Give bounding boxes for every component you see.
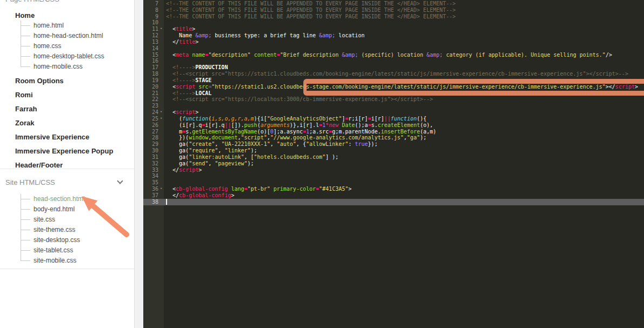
code-line-37[interactable]: 37 </cb-global-config>	[143, 192, 644, 199]
chevron-down-icon[interactable]	[118, 179, 122, 183]
tree-item-site-css[interactable]: site.css	[0, 215, 134, 225]
code-line-31[interactable]: 31 ga("linker:autoLink", ["hotels.cloudb…	[143, 154, 644, 160]
gutter-cell[interactable]: 20	[143, 84, 164, 90]
fold-icon[interactable]: ▾	[158, 186, 164, 192]
code-line-35[interactable]: 35	[143, 179, 644, 186]
gutter-cell[interactable]: 27	[143, 129, 164, 135]
gutter-cell[interactable]: 30	[143, 148, 164, 154]
gutter-cell[interactable]: 13	[143, 39, 164, 45]
gutter-cell[interactable]: 31	[143, 154, 164, 160]
sidebar-group-farrah[interactable]: Farrah	[0, 104, 134, 114]
gutter-cell[interactable]: 26	[143, 122, 164, 129]
tree-item-site-mobile-css[interactable]: site-mobile.css	[0, 256, 134, 266]
line-number: 15	[143, 52, 158, 58]
gutter-cell[interactable]: 12	[143, 32, 164, 39]
gutter-cell[interactable]: 38	[143, 199, 164, 205]
tree-item-site-tablet-css[interactable]: site-tablet.css	[0, 245, 134, 256]
gutter-cell[interactable]: 17	[143, 64, 164, 71]
tree-item-home-css[interactable]: home.css	[0, 41, 134, 51]
code-line-18[interactable]: 18 <!--<script src="https://static1.clou…	[143, 71, 644, 77]
tree-item-home-desktop-tablet-css[interactable]: home-desktop-tablet.css	[0, 51, 134, 62]
code-line-8[interactable]: 8<!--THE CONTENT OF THIS FILE WILL BE AP…	[143, 7, 644, 14]
tree-item-site-desktop-css[interactable]: site-desktop.css	[0, 235, 134, 245]
fold-spacer	[158, 122, 164, 129]
code-line-15[interactable]: 15 <meta name="description" content="Bri…	[143, 52, 644, 58]
code-line-12[interactable]: 12 Name &amp; business type: a brief tag…	[143, 32, 644, 39]
gutter-cell[interactable]: 25▾	[143, 116, 164, 122]
code-editor[interactable]: 7<!--THE CONTENT OF THIS FILE WILL BE AP…	[143, 0, 644, 328]
code-line-14[interactable]: 14	[143, 45, 644, 52]
gutter-cell[interactable]: 23	[143, 103, 164, 109]
code-line-10[interactable]: 10	[143, 19, 644, 26]
gutter-cell[interactable]: 7	[143, 1, 164, 7]
line-number: 37	[143, 192, 158, 199]
code-line-20[interactable]: 20 <script src="https://static1.us2.clou…	[143, 84, 644, 90]
fold-icon[interactable]: ▾	[158, 26, 164, 32]
code-line-33[interactable]: 33 </script>	[143, 167, 644, 173]
code-line-34[interactable]: 34	[143, 173, 644, 179]
code-line-9[interactable]: 9<!--THE CONTENT OF THIS FILE WILL BE AP…	[143, 14, 644, 20]
gutter-cell[interactable]: 33	[143, 167, 164, 173]
code-line-38[interactable]: 38	[143, 199, 644, 205]
code-line-19[interactable]: 19 <!---->STAGE	[143, 77, 644, 84]
tree-item-site-theme-css[interactable]: site-theme.css	[0, 225, 134, 235]
tree-item-home-html[interactable]: home.html	[0, 21, 134, 31]
code-line-24[interactable]: 24▾ <script>	[143, 109, 644, 116]
code-text: <script src="https://static1.us2.cloudbe…	[164, 84, 638, 90]
gutter-cell[interactable]: 16	[143, 58, 164, 64]
code-line-7[interactable]: 7<!--THE CONTENT OF THIS FILE WILL BE AP…	[143, 1, 644, 7]
site-html-css-section-header[interactable]: Site HTML/CSS	[5, 177, 129, 187]
gutter-cell[interactable]: 21	[143, 90, 164, 97]
gutter-cell[interactable]: 35	[143, 179, 164, 186]
code-line-22[interactable]: 22 <!--<script src="https://localhost:30…	[143, 96, 644, 103]
gutter-cell[interactable]: 32	[143, 160, 164, 167]
gutter-cell[interactable]: 9	[143, 14, 164, 20]
gutter-cell[interactable]: 36▾	[143, 186, 164, 192]
code-line-28[interactable]: 28 })(window,document,"script","//www.go…	[143, 135, 644, 141]
fold-spacer	[158, 103, 164, 109]
code-line-23[interactable]: 23	[143, 103, 644, 109]
fold-icon[interactable]: ▾	[158, 116, 164, 122]
gutter-cell[interactable]: 10	[143, 19, 164, 26]
code-line-25[interactable]: 25▾ (function(i,s,o,g,r,a,m){i["GoogleAn…	[143, 116, 644, 122]
tree-item-head-section-html[interactable]: head-section.html	[0, 194, 134, 204]
gutter-cell[interactable]: 37	[143, 192, 164, 199]
code-line-21[interactable]: 21 <!---->LOCAL	[143, 90, 644, 97]
gutter-cell[interactable]: 24▾	[143, 109, 164, 116]
gutter-cell[interactable]: 11▾	[143, 26, 164, 32]
gutter-cell[interactable]: 18	[143, 71, 164, 77]
code-text: <meta name="description" content="Brief …	[164, 52, 612, 58]
code-line-32[interactable]: 32 ga("send", "pageview");	[143, 160, 644, 167]
code-line-30[interactable]: 30 ga("require", "linker");	[143, 148, 644, 154]
code-line-26[interactable]: 26 (i[r].q=i[r].q||[]).push(arguments)},…	[143, 122, 644, 129]
sidebar-group-zorak[interactable]: Zorak	[0, 118, 134, 128]
site-files-list: head-section.htmlbody-end.htmlsite.csssi…	[0, 193, 134, 266]
page-html-css-section-label[interactable]: Page HTML/CSS	[5, 0, 59, 3]
sidebar-group-home[interactable]: Home	[0, 11, 134, 20]
gutter-cell[interactable]: 8	[143, 7, 164, 14]
gutter-cell[interactable]: 28	[143, 135, 164, 141]
gutter-cell[interactable]: 15	[143, 52, 164, 58]
code-lines: 7<!--THE CONTENT OF THIS FILE WILL BE AP…	[143, 1, 644, 205]
fold-icon[interactable]: ▾	[158, 109, 164, 116]
gutter-cell[interactable]: 14	[143, 45, 164, 52]
sidebar-group-immersive-experience-popup[interactable]: Immersive Experience Popup	[0, 146, 134, 156]
code-line-29[interactable]: 29 ga("create", "UA-22210XXX-1", "auto",…	[143, 141, 644, 148]
code-line-17[interactable]: 17 <!---->PRODUCTION	[143, 64, 644, 71]
sidebar-group-immersive-experience[interactable]: Immersive Experience	[0, 132, 134, 142]
gutter-cell[interactable]: 19	[143, 77, 164, 84]
gutter-cell[interactable]: 34	[143, 173, 164, 179]
code-line-36[interactable]: 36▾ <cb-global-config lang="pt-br" prima…	[143, 186, 644, 192]
tree-item-body-end-html[interactable]: body-end.html	[0, 204, 134, 215]
fold-spacer	[158, 90, 164, 97]
code-line-16[interactable]: 16	[143, 58, 644, 64]
gutter-cell[interactable]: 22	[143, 96, 164, 103]
code-line-13[interactable]: 13 </title>	[143, 39, 644, 45]
sidebar-group-romi[interactable]: Romi	[0, 90, 134, 100]
code-line-27[interactable]: 27 m=s.getElementsByTagName(o)[0];a.asyn…	[143, 129, 644, 135]
sidebar-group-room-options[interactable]: Room Options	[0, 76, 134, 86]
tree-item-home-head-section-html[interactable]: home-head-section.html	[0, 31, 134, 41]
tree-item-home-mobile-css[interactable]: home-mobile.css	[0, 62, 134, 72]
gutter-cell[interactable]: 29	[143, 141, 164, 148]
code-line-11[interactable]: 11▾ <title>	[143, 26, 644, 32]
